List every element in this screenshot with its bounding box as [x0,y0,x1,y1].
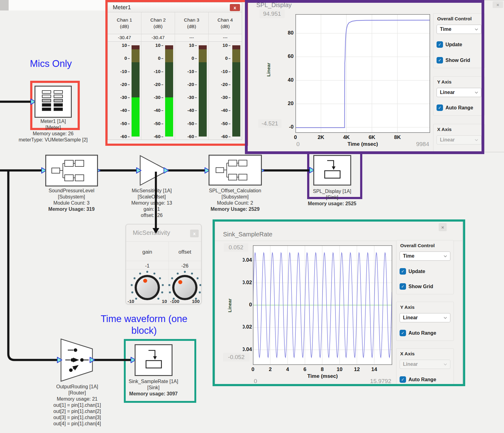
block-label-line: meterType: VUMeterSample [2] [9,137,97,143]
spl-control-panel: Overall Control Time ✓ Update ✓ Show Gri… [433,13,485,152]
annotation-time-waveform: Time waveform (one block) [86,313,202,337]
micsensitivity-close-button[interactable]: x [190,230,199,237]
x-axis-title: Time (msec) [292,373,353,379]
meter-scale-tick: -30 [141,95,161,100]
meter-bar [199,45,207,137]
block-soundpressurelevel[interactable] [45,155,98,186]
chevron-down-icon [475,28,478,31]
block-label-line: out[1] = pin[1].chan[1] [27,402,127,408]
update-checkbox[interactable]: ✓ Update [400,268,450,275]
meter1-window-title: Meter1 [113,4,131,11]
overall-mode-select[interactable]: Time [400,251,450,261]
meter-scale-tick: -40 [175,108,194,113]
y-auto-range-checkbox[interactable]: ✓ Auto Range [400,330,450,336]
show-grid-checkbox[interactable]: ✓ Show Grid [437,57,482,63]
checkbox-checked-icon: ✓ [400,283,406,290]
meter-scale-tick: 10 [175,43,194,48]
y-axis-tick: 20 [280,100,294,107]
x-axis-tick: 14 [366,366,383,373]
meter-scale-tick: 0 [108,55,127,61]
update-checkbox[interactable]: ✓ Update [437,41,482,48]
x-auto-range-checkbox[interactable]: ✓ Auto Range [400,376,450,383]
block-spl-display[interactable] [313,155,351,186]
param-min: -100 [170,299,179,304]
block-sink-samplerate[interactable] [135,344,173,376]
y-axis-tick: 0.02 [243,280,252,286]
block-meter1[interactable] [35,86,72,118]
block-label-line: Memory Usage: 2529 [181,206,289,212]
block-spl-offset-calculation[interactable] [209,155,262,186]
block-label-line: offset: -26 [105,212,199,219]
y-axis-tick: 0 [243,302,252,308]
sink-samplerate-close-button[interactable]: × [439,223,447,231]
top-chrome-corner [0,0,9,10]
show-grid-checkbox[interactable]: ✓ Show Grid [400,283,450,290]
y-axis-tick: 60 [280,53,294,59]
checkbox-checked-icon: ✓ [437,104,443,111]
meter-channel-3: Chan 3(dB) --- 100-10-20-30-40-50-60 [175,12,209,140]
x-range-start: 0 [254,378,257,384]
meter-scale-tick: -20 [175,82,194,87]
x-axis-tick: 12 [348,366,366,373]
meter-scale-tick: 10 [108,43,127,48]
overall-control-group: Overall Control Time ✓ Update ✓ Show Gri… [433,13,485,68]
param-name: offset [169,249,201,255]
mic-param-offset: offset -26 -100 100 [169,241,201,304]
audio-weaver-canvas: Meter1 [1A][Meter]Memory usage: 26meterT… [0,0,504,433]
spl-display-close-button[interactable]: × [493,1,503,8]
spl-display-window-title: SPL_Display [256,2,292,9]
x-axis-tick: 2K [312,134,330,141]
x-range-end: 9984 [390,141,429,148]
y-axis-mode-select[interactable]: Linear [400,313,450,322]
meter-bar [232,45,240,137]
subsystem-icon [46,156,97,186]
meter-scale-tick: -20 [209,82,228,87]
checkbox-checked-icon: ✓ [400,330,406,336]
param-max: 100 [192,299,200,304]
meter-scale-tick: -60 [209,134,228,139]
param-name: gain [126,249,169,255]
scaleoffset-triangle-block [140,156,168,185]
y-axis-mode-select[interactable]: Linear [437,88,482,97]
x-axis-tick: 6 [296,366,314,373]
meter1-close-button[interactable]: x [230,4,240,11]
checkbox-checked-icon: ✓ [437,41,443,48]
meter-scale-tick: 0 [175,55,194,61]
y-axis-tick: 80 [280,30,294,36]
channel-header: Chan 1(dB) [108,12,141,34]
block-label-line: Module Count: 2 [181,200,289,206]
block-label-line: [Sink] [107,385,200,391]
channel-header: Chan 3(dB) [175,12,208,34]
wire-pin-icon [90,357,95,363]
gain-knob[interactable] [129,270,166,304]
y-axis-group: Y Axis Linear ✓ Auto Range [396,302,454,341]
block-label-spl-display: SPL_Display [1A][Sink]Memory usage: 2525 [286,188,378,207]
x-auto-range-checkbox[interactable]: ✓ Auto Range [437,152,482,152]
meter-scale-tick: 0 [141,55,161,61]
block-label-line: [Subsystem] [181,194,289,200]
channel-meter: 100-10-20-30-40-50-60 [108,42,141,140]
block-label-line: [Meter] [9,125,97,131]
meter1-channels: Chan 1(dB) -30.47 100-10-20-30-40-50-60C… [108,12,242,140]
channel-header: Chan 4(dB) [209,12,242,34]
overall-mode-select[interactable]: Time [437,25,482,34]
meter-scale-tick: -10 [108,69,127,74]
param-value: -26 [169,263,201,269]
param-value: -1 [126,263,169,269]
meter-scale-tick: -30 [209,95,228,100]
meter-scale-tick: -10 [175,69,194,74]
block-label-spl-offset: SPL_Offset_Calculation[Subsystem]Module … [181,188,289,212]
spl-display-scope[interactable] [295,14,430,133]
sink-samplerate-scope[interactable] [253,245,392,365]
knob-indicator-dot [178,280,182,284]
spl-ylabel: Linear [266,60,272,79]
checkbox-checked-icon: ✓ [400,268,406,275]
meter1-titlebar[interactable]: Meter1 [108,2,242,12]
y-auto-range-checkbox[interactable]: ✓ Auto Range [437,104,482,111]
wire-pin-icon [164,168,169,173]
sink-samplerate-window-title: Sink_SampleRate [223,231,272,238]
meter-scale-tick: -50 [108,121,127,126]
router-icon [65,349,89,372]
block-label-line: Sink_SampleRate [1A] [107,378,200,385]
channel-meter: 100-10-20-30-40-50-60 [175,42,208,140]
